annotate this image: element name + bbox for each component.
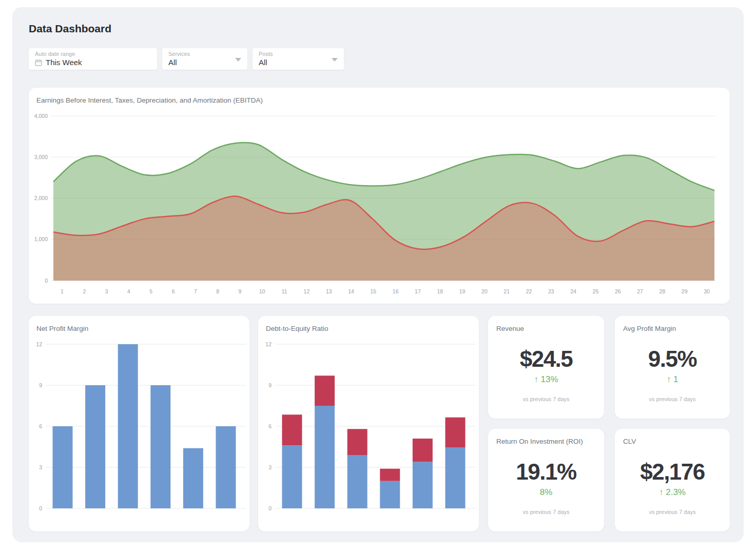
svg-text:17: 17 bbox=[415, 288, 421, 294]
svg-text:12: 12 bbox=[304, 288, 310, 294]
svg-text:20: 20 bbox=[481, 288, 488, 294]
filter-posts[interactable]: Posts All bbox=[253, 48, 344, 70]
svg-text:9: 9 bbox=[239, 288, 242, 294]
svg-text:10: 10 bbox=[259, 288, 265, 294]
svg-text:3: 3 bbox=[39, 464, 42, 470]
svg-text:0: 0 bbox=[39, 505, 42, 511]
svg-text:28: 28 bbox=[660, 288, 666, 294]
svg-text:5: 5 bbox=[149, 288, 152, 294]
kpi-label: Revenue bbox=[496, 325, 598, 332]
chevron-down-icon bbox=[332, 58, 338, 62]
svg-text:9: 9 bbox=[39, 382, 42, 388]
kpi-label: CLV bbox=[623, 438, 724, 445]
svg-text:7: 7 bbox=[194, 288, 197, 294]
svg-text:3: 3 bbox=[105, 288, 108, 294]
svg-text:9: 9 bbox=[268, 382, 272, 388]
svg-text:2,000: 2,000 bbox=[34, 195, 48, 201]
svg-text:0: 0 bbox=[45, 278, 48, 284]
kpi-value: $24.5 bbox=[488, 347, 604, 371]
kpi-footnote: vs previous 7 days bbox=[488, 509, 604, 515]
kpi-change: ↑ 1 bbox=[615, 374, 730, 385]
kpi-change: ↑ 13% bbox=[488, 374, 604, 385]
svg-text:4: 4 bbox=[127, 288, 130, 294]
page-title: Data Dashboard bbox=[29, 23, 111, 35]
filter-date-range-label: Auto date range bbox=[35, 51, 151, 57]
svg-text:29: 29 bbox=[682, 288, 688, 294]
svg-text:15: 15 bbox=[371, 288, 377, 294]
svg-text:8: 8 bbox=[216, 288, 219, 294]
filter-date-range-value: This Week bbox=[46, 58, 82, 67]
filter-services-value: All bbox=[168, 58, 177, 67]
kpi-label: Return On Investment (ROI) bbox=[496, 438, 598, 445]
kpi-footnote: vs previous 7 days bbox=[615, 509, 730, 515]
kpi-footnote: vs previous 7 days bbox=[488, 396, 604, 402]
svg-text:24: 24 bbox=[570, 288, 576, 294]
filter-date-range[interactable]: Auto date range This Week bbox=[29, 48, 157, 70]
kpi-card-clv: CLV $2,176 ↑ 2.3% vs previous 7 days bbox=[615, 429, 730, 531]
svg-text:3,000: 3,000 bbox=[34, 154, 48, 160]
svg-text:6: 6 bbox=[268, 423, 272, 429]
svg-text:3: 3 bbox=[268, 464, 272, 470]
svg-text:22: 22 bbox=[526, 288, 532, 294]
svg-text:0: 0 bbox=[268, 505, 272, 511]
svg-text:6: 6 bbox=[39, 423, 42, 429]
svg-text:26: 26 bbox=[615, 288, 621, 294]
svg-text:13: 13 bbox=[326, 288, 332, 294]
svg-text:30: 30 bbox=[704, 288, 710, 294]
svg-text:6: 6 bbox=[172, 288, 175, 294]
debt-to-equity-chart: 036912 bbox=[258, 316, 479, 533]
filter-services[interactable]: Services All bbox=[162, 48, 247, 70]
svg-text:19: 19 bbox=[459, 288, 466, 294]
svg-text:21: 21 bbox=[503, 288, 510, 294]
svg-text:11: 11 bbox=[282, 288, 287, 294]
svg-text:18: 18 bbox=[437, 288, 443, 294]
filter-posts-value: All bbox=[259, 58, 267, 67]
svg-text:2: 2 bbox=[83, 288, 86, 294]
kpi-value: $2,176 bbox=[615, 460, 730, 484]
svg-text:4,000: 4,000 bbox=[34, 113, 48, 119]
svg-text:27: 27 bbox=[637, 288, 643, 294]
kpi-value: 9.5% bbox=[615, 347, 730, 371]
debt-to-equity-card: Debt-to-Equity Ratio 036912 bbox=[258, 316, 479, 531]
svg-text:14: 14 bbox=[348, 288, 354, 294]
svg-text:1,000: 1,000 bbox=[34, 236, 48, 242]
kpi-card-revenue: Revenue $24.5 ↑ 13% vs previous 7 days bbox=[488, 316, 604, 419]
calendar-icon bbox=[35, 59, 42, 66]
ebitda-chart-card: Earnings Before Interest, Taxes, Depreci… bbox=[29, 88, 730, 304]
kpi-change: ↑ 2.3% bbox=[615, 487, 730, 498]
filter-services-label: Services bbox=[168, 51, 241, 57]
kpi-label: Avg Profit Margin bbox=[623, 325, 724, 332]
svg-text:12: 12 bbox=[36, 341, 42, 347]
svg-text:12: 12 bbox=[265, 341, 272, 347]
filter-posts-label: Posts bbox=[259, 51, 338, 57]
kpi-value: 19.1% bbox=[488, 460, 604, 484]
chevron-down-icon bbox=[235, 58, 241, 62]
kpi-card-avg-profit-margin: Avg Profit Margin 9.5% ↑ 1 vs previous 7… bbox=[615, 316, 730, 419]
ebitda-area-chart: 01,0002,0003,0004,0001234567891011121314… bbox=[29, 88, 730, 306]
svg-text:23: 23 bbox=[548, 288, 554, 294]
svg-text:1: 1 bbox=[61, 288, 64, 294]
kpi-change: 8% bbox=[488, 487, 604, 498]
net-profit-margin-card: Net Profit Margin 036912 bbox=[29, 316, 249, 531]
svg-text:16: 16 bbox=[393, 288, 399, 294]
kpi-card-roi: Return On Investment (ROI) 19.1% 8% vs p… bbox=[488, 429, 604, 531]
net-profit-margin-chart: 036912 bbox=[29, 316, 249, 533]
svg-text:25: 25 bbox=[593, 288, 599, 294]
kpi-footnote: vs previous 7 days bbox=[615, 396, 730, 402]
